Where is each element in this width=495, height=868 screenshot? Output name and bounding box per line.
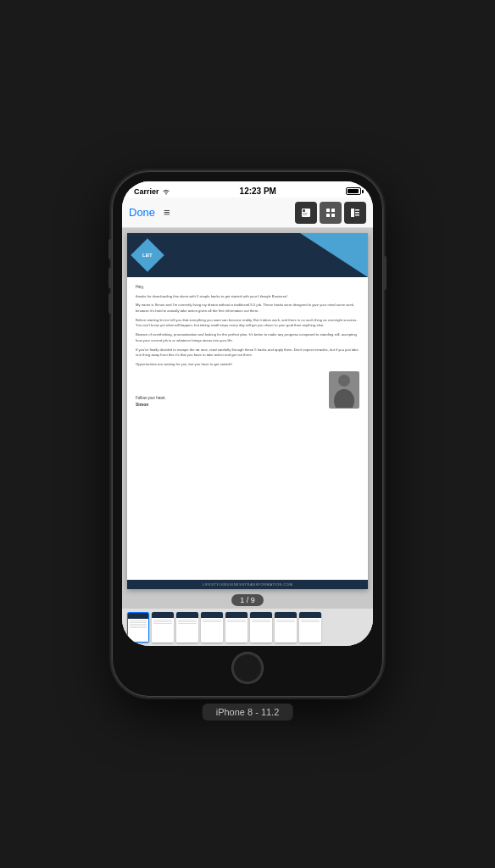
navigation-bar: Done ≡	[122, 198, 373, 228]
battery-icon	[346, 187, 361, 195]
thumb-body-5	[225, 618, 248, 643]
thumbnail-6[interactable]	[250, 612, 272, 643]
done-button[interactable]: Done	[129, 206, 155, 219]
svg-rect-6	[331, 209, 335, 212]
single-page-view-button[interactable]	[295, 202, 317, 224]
svg-rect-12	[355, 214, 359, 216]
thumbnail-2[interactable]	[152, 612, 174, 643]
phone-screen: Carrier 12:23 PM Done	[122, 181, 373, 646]
svg-rect-3	[303, 213, 308, 214]
thumbnail-4[interactable]	[201, 612, 223, 643]
follow-text: Follow your heart. Simon	[136, 396, 166, 408]
thumbnail-8[interactable]	[299, 612, 321, 643]
list-view-icon	[349, 207, 361, 219]
document-body: Hey, thanks for downloading this sheet w…	[127, 277, 368, 580]
thumb-header-3	[176, 612, 198, 618]
single-page-icon	[300, 207, 312, 219]
document-footer: LIFESTYLEBUSINESSTRANSFORMATION.COM	[127, 580, 368, 589]
thumb-body-3	[176, 618, 198, 643]
signature-row: Follow your heart. Simon	[136, 371, 359, 409]
lbt-logo: LBT	[131, 238, 164, 272]
paragraph-2: My name is Simon and I'm currently livin…	[136, 303, 359, 314]
wifi-icon	[162, 188, 170, 195]
svg-point-14	[334, 389, 354, 408]
phone-device: Carrier 12:23 PM Done	[112, 171, 383, 697]
thumbnail-5[interactable]	[225, 612, 248, 643]
greeting-text: Hey,	[136, 284, 359, 291]
home-button-area	[122, 646, 373, 687]
svg-rect-8	[331, 214, 335, 217]
svg-point-0	[165, 193, 166, 194]
device-label: iPhone 8 - 11.2	[203, 704, 293, 721]
thumb-header-5	[225, 612, 248, 618]
battery-area	[346, 187, 361, 195]
thumbnail-1[interactable]	[127, 612, 149, 643]
list-view-button[interactable]	[344, 202, 366, 224]
svg-rect-5	[326, 209, 330, 212]
svg-rect-2	[303, 209, 305, 212]
thumb-body-8	[299, 618, 321, 643]
document-page: LBT Hey, thanks for downloading this she…	[127, 233, 368, 589]
status-time: 12:23 PM	[240, 186, 276, 196]
status-bar: Carrier 12:23 PM	[122, 181, 373, 198]
view-icons	[295, 202, 366, 224]
thumb-header-7	[275, 612, 297, 618]
svg-point-13	[338, 375, 350, 387]
grid-icon	[325, 207, 336, 219]
document-header: LBT	[127, 233, 368, 277]
svg-rect-10	[355, 209, 359, 211]
header-triangle-decoration	[300, 233, 368, 277]
thumbnail-3[interactable]	[176, 612, 198, 643]
footer-url: LIFESTYLEBUSINESSTRANSFORMATION.COM	[203, 582, 293, 587]
page-badge: 1 / 9	[231, 594, 264, 606]
svg-rect-7	[326, 214, 330, 217]
author-photo	[329, 371, 359, 409]
paragraph-5: If you've finally decided to escape the …	[136, 348, 359, 359]
logo-text: LBT	[142, 253, 153, 258]
page-indicator-area: 1 / 9	[122, 592, 373, 609]
thumb-body-4	[201, 618, 223, 643]
carrier-text: Carrier	[134, 187, 159, 196]
grid-view-button[interactable]	[320, 202, 342, 224]
thumb-header-4	[201, 612, 223, 618]
thumb-body-7	[275, 618, 297, 643]
main-content-area: LBT Hey, thanks for downloading this she…	[122, 228, 373, 646]
author-name: Simon	[136, 402, 166, 409]
person-illustration	[331, 372, 357, 408]
thumb-header-1	[128, 613, 148, 619]
thumb-header-2	[152, 612, 174, 618]
list-icon[interactable]: ≡	[164, 206, 170, 219]
thumb-header-8	[299, 612, 321, 618]
svg-rect-9	[351, 209, 354, 217]
paragraph-3: Before starting let me tell you that eve…	[136, 318, 359, 329]
home-button[interactable]	[232, 653, 263, 683]
thumb-header-6	[250, 612, 272, 618]
svg-rect-11	[355, 212, 359, 214]
thumbnail-7[interactable]	[275, 612, 297, 643]
thumb-body-6	[250, 618, 272, 643]
paragraph-4: Beware of overthinking, procrastination …	[136, 332, 359, 343]
thumb-body-1	[128, 619, 148, 643]
carrier-area: Carrier	[134, 187, 170, 196]
paragraph-6: Opportunities are waiting for you, but y…	[136, 362, 359, 368]
thumbnail-strip[interactable]	[122, 609, 373, 646]
svg-rect-4	[303, 214, 307, 215]
paragraph-1: thanks for downloading this sheet with 5…	[136, 294, 359, 300]
thumb-body-2	[152, 618, 174, 643]
